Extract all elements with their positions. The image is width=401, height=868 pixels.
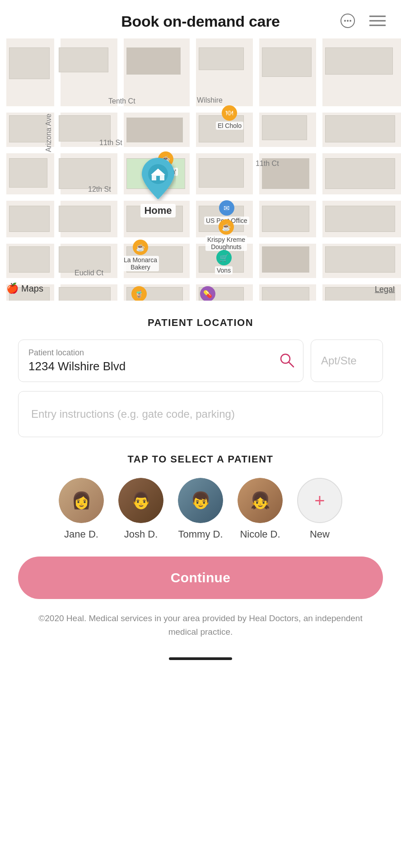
map-view[interactable]: Tenth Ct 11th St 12th St Euclid Ct Arizo… [0, 38, 401, 301]
patient-item-new[interactable]: + New [297, 478, 342, 540]
svg-point-1 [344, 20, 346, 22]
address-field[interactable]: Patient location 1234 Wilshire Blvd [18, 340, 303, 382]
patient-item-tommy[interactable]: 👦 Tommy D. [178, 478, 223, 540]
patient-item-jane[interactable]: 👩 Jane D. [59, 478, 104, 540]
poi-rite-aid: 💊 Rite Aid [195, 286, 220, 301]
patient-item-josh[interactable]: 👨 Josh D. [118, 478, 163, 540]
patient-select-title: TAP TO SELECT A PATIENT [18, 453, 383, 465]
entry-placeholder: Entry instructions (e.g. gate code, park… [31, 408, 235, 420]
svg-point-11 [281, 354, 290, 363]
menu-icon [369, 14, 386, 28]
home-indicator [18, 650, 383, 673]
patients-row: 👩 Jane D. 👨 Josh D. 👦 Tommy D. [18, 478, 383, 540]
svg-point-2 [347, 20, 349, 22]
patient-avatar-josh: 👨 [118, 478, 163, 523]
patient-name-nicole: Nicole D. [240, 528, 280, 540]
footer-text: ©2020 Heal. Medical services in your are… [18, 612, 383, 639]
page-title: Book on-demand care [121, 13, 280, 30]
patient-avatar-new: + [297, 478, 342, 523]
patient-avatar-nicole: 👧 [238, 478, 283, 523]
patient-location-title: PATIENT LOCATION [18, 317, 383, 329]
header-actions [338, 11, 387, 32]
maps-text: Maps [21, 283, 43, 294]
main-content: PATIENT LOCATION Patient location 1234 W… [0, 301, 401, 673]
header: Book on-demand care [0, 0, 401, 38]
patient-name-jane: Jane D. [64, 528, 98, 540]
svg-line-12 [289, 363, 294, 367]
map-canvas: Tenth Ct 11th St 12th St Euclid Ct Arizo… [0, 38, 401, 301]
pin-svg [140, 156, 176, 201]
home-bar [169, 657, 232, 660]
patients-section: TAP TO SELECT A PATIENT 👩 Jane D. 👨 Josh… [18, 453, 383, 540]
home-pin: Home [140, 156, 176, 217]
patient-name-tommy: Tommy D. [178, 528, 223, 540]
entry-instructions-field[interactable]: Entry instructions (e.g. gate code, park… [18, 391, 383, 437]
patient-name-josh: Josh D. [124, 528, 158, 540]
street-label-wilshire: Wilshire [197, 96, 223, 104]
home-pin-label: Home [140, 204, 175, 217]
apt-placeholder: Apt/Ste [321, 354, 357, 367]
address-value: 1234 Wilshire Blvd [28, 359, 126, 373]
apple-logo-icon: 🍎 [6, 283, 19, 294]
patient-name-new: New [310, 528, 330, 540]
poi-el-cholo: 🍽 El Cholo [216, 105, 243, 130]
add-patient-icon: + [314, 491, 325, 509]
poi-vons: 🛒 Vons [215, 250, 233, 274]
continue-button[interactable]: Continue [18, 557, 383, 599]
svg-point-3 [350, 20, 351, 22]
chat-button[interactable] [338, 11, 358, 32]
address-row: Patient location 1234 Wilshire Blvd Apt/… [18, 340, 383, 382]
address-label: Patient location [28, 348, 293, 358]
poi-la-monarca: ☕ La MonarcaBakery [122, 240, 159, 271]
poi-krispy-kreme: ☕ Krispy KremeDoughnuts [205, 219, 247, 251]
chat-icon [340, 13, 356, 30]
svg-rect-10 [156, 176, 160, 180]
maps-attribution: 🍎 Maps [6, 283, 43, 294]
patient-avatar-tommy: 👦 [178, 478, 223, 523]
legal-link[interactable]: Legal [375, 285, 395, 294]
address-search-button[interactable] [279, 352, 295, 370]
menu-button[interactable] [368, 13, 387, 30]
patient-avatar-jane: 👩 [59, 478, 104, 523]
poi-boba-tea: 🧋 Boba Tea & Me [116, 286, 162, 301]
search-icon [279, 363, 295, 370]
patient-item-nicole[interactable]: 👧 Nicole D. [238, 478, 283, 540]
apt-field[interactable]: Apt/Ste [311, 340, 383, 382]
